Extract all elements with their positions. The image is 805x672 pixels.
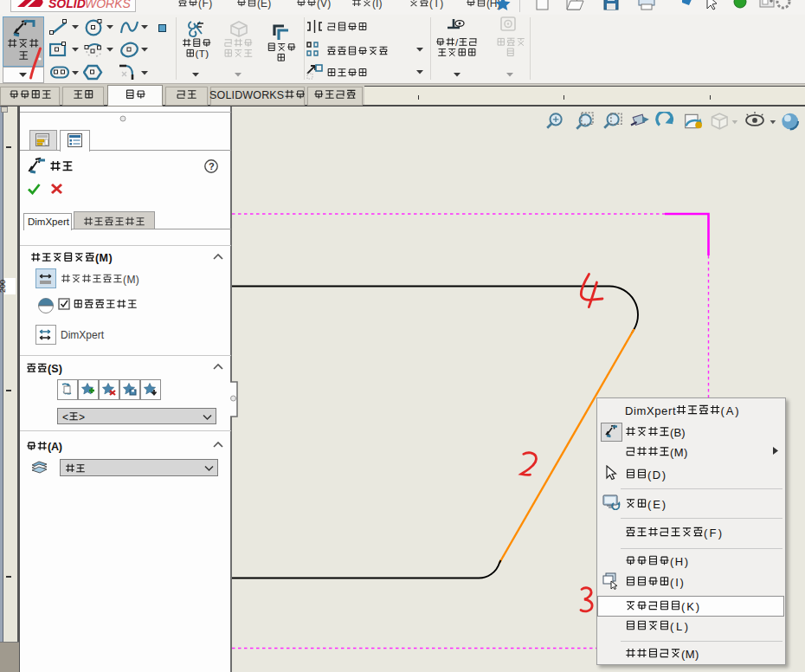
- svg-text:SOLIDWORKS: SOLIDWORKS: [209, 89, 284, 101]
- svg-text:(T): (T): [195, 48, 209, 59]
- svg-text:(D): (D): [647, 468, 666, 481]
- svg-text:(E): (E): [647, 497, 666, 510]
- svg-text:DimXpert: DimXpert: [625, 404, 676, 417]
- svg-text:>: >: [79, 411, 85, 423]
- svg-text:(M): (M): [670, 445, 687, 458]
- svg-text:(B): (B): [670, 425, 686, 438]
- svg-text:(L): (L): [670, 620, 688, 633]
- svg-text:(V): (V): [317, 0, 331, 10]
- svg-text:(T): (T): [429, 0, 443, 10]
- svg-text:(M): (M): [95, 252, 113, 264]
- svg-text:(M): (M): [681, 647, 699, 660]
- svg-text:(F): (F): [198, 0, 212, 10]
- svg-text:WORKS: WORKS: [85, 0, 132, 10]
- svg-text:(I): (I): [372, 0, 382, 10]
- svg-text:(F): (F): [704, 526, 722, 539]
- svg-text:(S): (S): [48, 363, 62, 375]
- svg-text:(I): (I): [670, 575, 684, 588]
- svg-text:(E): (E): [257, 0, 271, 10]
- svg-text:(H): (H): [670, 555, 688, 568]
- svg-text:(K): (K): [681, 600, 699, 613]
- svg-text:(M): (M): [123, 274, 139, 286]
- svg-text:?: ?: [209, 161, 215, 171]
- svg-text:(A): (A): [48, 441, 62, 453]
- svg-text:<: <: [62, 411, 68, 423]
- svg-text:SOLID: SOLID: [48, 0, 86, 10]
- svg-text:(A): (A): [720, 404, 738, 417]
